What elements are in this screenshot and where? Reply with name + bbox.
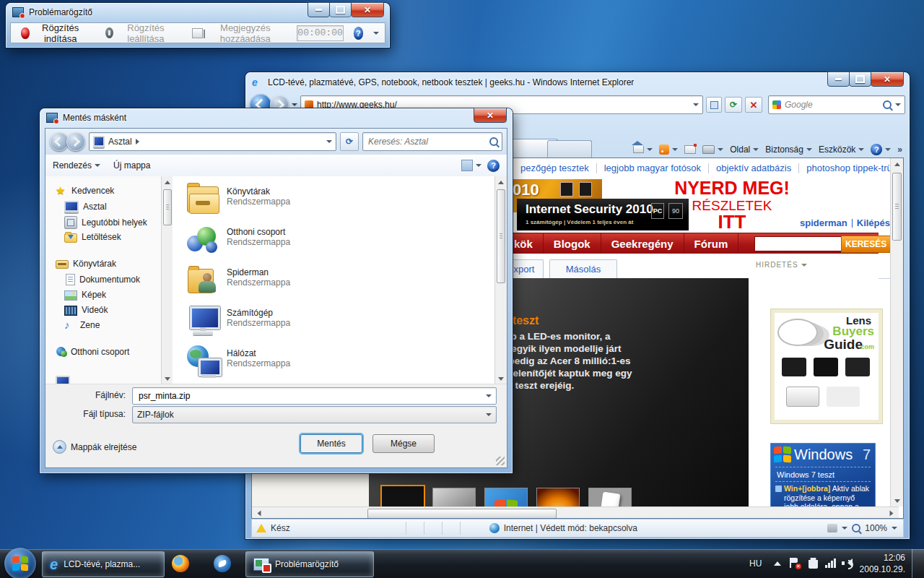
show-desktop-button[interactable]	[912, 549, 924, 578]
psr-minimize-button[interactable]	[308, 2, 330, 17]
address-dropdown-icon[interactable]	[693, 103, 699, 106]
nav-favorites[interactable]: ★Kedvencek	[56, 185, 114, 197]
breadcrumb-bar[interactable]: Asztal	[89, 132, 336, 151]
read-mail-button[interactable]	[684, 145, 696, 154]
taskbar-thunderbird-button[interactable]	[202, 551, 243, 576]
filelist-scroll-down[interactable]	[495, 373, 507, 384]
zoom-level[interactable]: 100%	[865, 523, 887, 533]
dialog-titlebar[interactable]: Mentés másként ✕	[40, 108, 513, 127]
feeds-chevron-icon[interactable]	[672, 148, 678, 151]
print-chevron-icon[interactable]	[718, 148, 723, 151]
thumb-monitor[interactable]	[380, 485, 425, 506]
tab-copy[interactable]: Másolás	[549, 259, 617, 278]
logout-link[interactable]: Kilépés	[857, 217, 890, 228]
clock-time[interactable]: 12:06	[863, 553, 905, 563]
logged-in-user[interactable]: spiderman	[800, 217, 847, 228]
nav-recent-places[interactable]: Legutóbbi helyek	[64, 216, 147, 229]
psr-close-button[interactable]: ✕	[351, 2, 384, 17]
views-button[interactable]	[461, 160, 481, 171]
navpane-scrollbar[interactable]	[161, 176, 173, 384]
search-icon[interactable]	[883, 100, 892, 109]
home-chevron-icon[interactable]	[647, 148, 653, 151]
search-box[interactable]: Google	[768, 95, 905, 114]
nav-videos[interactable]: Videók	[64, 304, 108, 316]
dialog-search-input[interactable]	[367, 136, 486, 147]
lens-ad[interactable]: Lens Buyers Guide .com	[770, 309, 883, 424]
start-button[interactable]	[4, 548, 36, 578]
taskbar-ie-button[interactable]: e LCD-tévé, plazma...	[42, 551, 165, 577]
navpane-scroll-up[interactable]	[162, 176, 173, 188]
thumb-laptop[interactable]	[432, 488, 476, 506]
filetype-combo[interactable]: ZIP-fájlok	[132, 406, 497, 423]
vscroll-up-arrow[interactable]	[891, 158, 903, 170]
file-item-computer[interactable]: SzámítógépRendszermappa	[186, 303, 290, 338]
psr-help-chevron-icon[interactable]	[373, 32, 379, 35]
page-vscrollbar[interactable]	[890, 158, 903, 506]
breadcrumb-dropdown-icon[interactable]	[326, 140, 332, 143]
dialog-forward-button[interactable]	[66, 132, 85, 151]
nav-music[interactable]: ♪Zene	[64, 319, 100, 331]
new-folder-button[interactable]: Új mappa	[113, 160, 150, 171]
vscroll-thumb[interactable]	[892, 173, 902, 241]
show-hidden-icons-button[interactable]	[774, 561, 781, 566]
recent-pages-chevron-icon[interactable]	[292, 103, 297, 106]
navpane-scroll-thumb[interactable]	[163, 189, 172, 225]
psr-titlebar[interactable]: Problémarögzítő ✕	[6, 3, 390, 22]
filelist-scrollbar[interactable]	[494, 176, 507, 384]
nav-item-geeknovel[interactable]: Geekregény	[601, 233, 684, 254]
thumb-norton[interactable]: Norton	[536, 488, 580, 506]
site-search-button[interactable]: KERESÉS	[841, 236, 891, 253]
taskbar-psr-button[interactable]: Problémarögzítő	[245, 551, 374, 577]
taskbar-firefox-button[interactable]	[160, 551, 201, 576]
home-button[interactable]	[633, 146, 653, 153]
ie-help-button[interactable]: ?	[871, 144, 891, 155]
file-item-user[interactable]: SpidermanRendszermappa	[186, 263, 290, 298]
hide-folders-button[interactable]: Mappák elrejtése	[53, 440, 136, 454]
nav-pictures[interactable]: Képek	[64, 289, 106, 301]
toplink-photographers[interactable]: legjobb magyar fotósok	[597, 163, 708, 173]
minimize-button[interactable]	[827, 72, 850, 87]
protected-mode-icon[interactable]	[827, 524, 837, 532]
dialog-refresh-button[interactable]: ⟳	[340, 132, 359, 151]
commandbar-overflow[interactable]: »	[897, 144, 902, 155]
hscroll-thumb[interactable]	[367, 509, 557, 519]
network-signal-icon[interactable]	[825, 558, 837, 568]
toplink-camera-tests[interactable]: pezőgép tesztek	[513, 163, 596, 173]
page-menu[interactable]: Oldal	[730, 144, 759, 155]
promo-here-text[interactable]: ITT	[681, 211, 783, 233]
nav-item-blogs[interactable]: Blogok	[544, 233, 601, 254]
dialog-help-button[interactable]: ?	[487, 160, 500, 172]
file-item-homegroup[interactable]: Otthoni csoportRendszermappa	[186, 223, 290, 257]
breadcrumb-location[interactable]: Asztal	[108, 137, 132, 147]
filetype-dropdown-icon[interactable]	[486, 413, 492, 416]
resize-grip[interactable]	[496, 457, 505, 465]
toplink-photoshop-tips[interactable]: photoshop tippek-trükkök	[799, 163, 904, 173]
power-icon[interactable]	[808, 558, 818, 569]
dialog-close-button[interactable]: ✕	[474, 108, 507, 123]
dialog-search-icon[interactable]	[489, 137, 498, 146]
nav-documents[interactable]: Dokumentumok	[64, 274, 140, 285]
filename-input[interactable]	[137, 390, 486, 402]
filelist-scroll-up[interactable]	[495, 176, 507, 188]
filename-combo[interactable]	[132, 387, 497, 405]
hscroll-left-arrow[interactable]	[253, 507, 265, 519]
maximize-button[interactable]	[849, 72, 871, 87]
new-tab-stub[interactable]	[547, 140, 592, 158]
action-center-icon[interactable]: ✕	[790, 558, 798, 568]
safety-menu[interactable]: Biztonság	[765, 144, 812, 155]
zoom-chevron-icon[interactable]	[892, 527, 897, 530]
nav-homegroup[interactable]: Otthoni csoport	[56, 346, 129, 357]
nav-libraries[interactable]: Könyvtárak	[56, 258, 116, 269]
page-hscrollbar[interactable]	[252, 506, 899, 519]
thumb-windows[interactable]	[484, 488, 528, 506]
status-chevron-icon[interactable]	[842, 527, 847, 530]
cancel-button[interactable]: Mégse	[372, 434, 435, 453]
site-search-input[interactable]	[754, 236, 847, 251]
start-record-button[interactable]: Rögzítés indítása	[17, 22, 91, 45]
nav-item-forum[interactable]: Fórum	[684, 233, 739, 254]
thumb-nas[interactable]	[588, 488, 632, 506]
file-item-libraries[interactable]: KönyvtárakRendszermappa	[186, 182, 290, 217]
tools-menu[interactable]: Eszközök	[819, 144, 864, 155]
stop-button[interactable]: ✕	[745, 97, 762, 113]
psr-help-button[interactable]: ?	[354, 27, 363, 40]
